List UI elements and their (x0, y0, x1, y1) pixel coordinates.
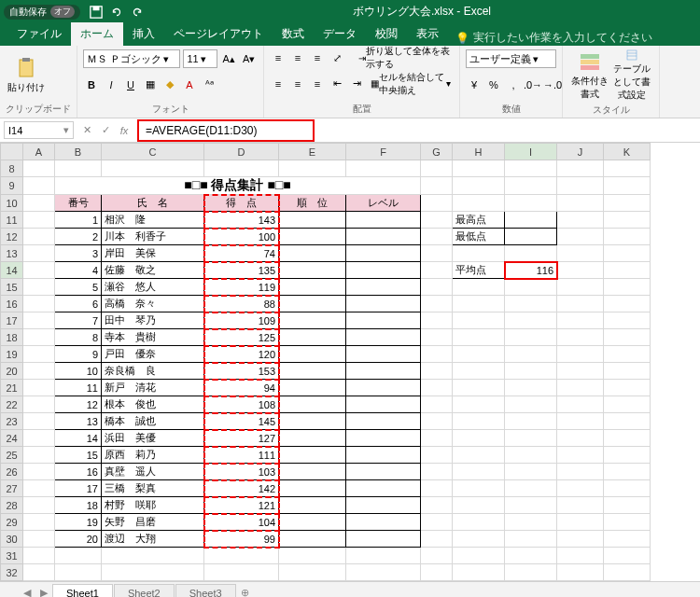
cell-G31[interactable] (421, 548, 453, 564)
sheet-tab-1[interactable]: Sheet1 (52, 584, 113, 597)
cell-I28[interactable] (505, 497, 557, 514)
cell-A13[interactable] (23, 245, 55, 262)
cell-G20[interactable] (421, 363, 453, 380)
cell-C20[interactable]: 奈良橋 良 (102, 363, 204, 380)
cell-H33[interactable] (453, 581, 505, 582)
cell-C8[interactable] (102, 160, 204, 177)
cell-K15[interactable] (604, 279, 651, 296)
align-top-button[interactable]: ≡ (270, 49, 287, 66)
new-sheet-button[interactable]: ⊕ (237, 587, 254, 597)
cell-J17[interactable] (557, 312, 604, 329)
cell-H30[interactable] (453, 531, 505, 548)
cell-D23[interactable]: 145 (204, 413, 279, 430)
sheet-tab-3[interactable]: Sheet3 (175, 584, 236, 597)
cell-E32[interactable] (279, 564, 346, 581)
cell-H16[interactable] (453, 296, 505, 312)
tab-pagelayout[interactable]: ページレイアウト (164, 22, 273, 46)
cell-J28[interactable] (557, 497, 604, 514)
cell-E19[interactable] (279, 346, 346, 363)
cell-K24[interactable] (604, 430, 651, 447)
cell-K18[interactable] (604, 329, 651, 346)
cell-C12[interactable]: 川本 利香子 (102, 229, 204, 245)
cell-H12[interactable]: 最低点 (453, 229, 505, 245)
cell-G25[interactable] (421, 447, 453, 464)
cell-G9[interactable] (421, 177, 453, 195)
cell-J25[interactable] (557, 447, 604, 464)
cell-F30[interactable] (346, 531, 421, 548)
cell-E12[interactable] (279, 229, 346, 245)
cell-C26[interactable]: 真壁 遥人 (102, 464, 204, 480)
row-header-11[interactable]: 11 (1, 212, 23, 229)
cell-A29[interactable] (23, 514, 55, 531)
cell-E22[interactable] (279, 396, 346, 413)
tab-file[interactable]: ファイル (7, 22, 71, 46)
cell-F18[interactable] (346, 329, 421, 346)
cell-F26[interactable] (346, 464, 421, 480)
comma-button[interactable]: , (505, 76, 522, 93)
col-header-H[interactable]: H (453, 144, 505, 160)
cell-B21[interactable]: 11 (55, 380, 102, 396)
shrink-font-button[interactable]: A▾ (240, 50, 258, 67)
cell-B25[interactable]: 15 (55, 447, 102, 464)
cell-D26[interactable]: 103 (204, 464, 279, 480)
cell-G22[interactable] (421, 396, 453, 413)
row-header-20[interactable]: 20 (1, 363, 23, 380)
cell-C14[interactable]: 佐藤 敬之 (102, 262, 204, 279)
cell-B27[interactable]: 17 (55, 480, 102, 497)
cell-D21[interactable]: 94 (204, 380, 279, 396)
tab-view[interactable]: 表示 (407, 22, 448, 46)
cell-H24[interactable] (453, 430, 505, 447)
row-header-25[interactable]: 25 (1, 447, 23, 464)
cell-G8[interactable] (421, 160, 453, 177)
cell-J29[interactable] (557, 514, 604, 531)
redo-icon[interactable] (129, 4, 146, 21)
col-header-E[interactable]: E (279, 144, 346, 160)
cell-I14[interactable]: 116 (505, 262, 557, 279)
align-bottom-button[interactable]: ≡ (309, 49, 326, 66)
cell-E20[interactable] (279, 363, 346, 380)
row-header-18[interactable]: 18 (1, 329, 23, 346)
percent-button[interactable]: % (485, 76, 502, 93)
font-color-button[interactable]: A (181, 76, 198, 93)
cell-I27[interactable] (505, 480, 557, 497)
cell-K29[interactable] (604, 514, 651, 531)
cell-I23[interactable] (505, 413, 557, 430)
cell-B9[interactable]: ■□■ 得点集計 ■□■ (55, 177, 421, 195)
cell-E14[interactable] (279, 262, 346, 279)
cell-I21[interactable] (505, 380, 557, 396)
cell-E17[interactable] (279, 312, 346, 329)
cell-C32[interactable] (102, 564, 204, 581)
cell-G29[interactable] (421, 514, 453, 531)
cell-E33[interactable] (279, 581, 346, 582)
italic-button[interactable]: I (103, 76, 119, 93)
cell-A27[interactable] (23, 480, 55, 497)
row-header-16[interactable]: 16 (1, 296, 23, 312)
underline-button[interactable]: U (122, 76, 139, 93)
cell-E31[interactable] (279, 548, 346, 564)
cell-D22[interactable]: 108 (204, 396, 279, 413)
row-header-22[interactable]: 22 (1, 396, 23, 413)
cell-A24[interactable] (23, 430, 55, 447)
cell-K9[interactable] (604, 177, 651, 195)
cell-C22[interactable]: 根本 俊也 (102, 396, 204, 413)
cell-A26[interactable] (23, 464, 55, 480)
cell-I30[interactable] (505, 531, 557, 548)
cell-G27[interactable] (421, 480, 453, 497)
fx-icon[interactable]: fx (115, 125, 133, 136)
row-header-28[interactable]: 28 (1, 497, 23, 514)
row-header-31[interactable]: 31 (1, 548, 23, 564)
cell-D28[interactable]: 121 (204, 497, 279, 514)
sheet-nav-next[interactable]: ▶ (35, 587, 52, 597)
align-middle-button[interactable]: ≡ (289, 49, 306, 66)
cell-A19[interactable] (23, 346, 55, 363)
cell-D33[interactable] (204, 581, 279, 582)
cell-C23[interactable]: 橋本 誠也 (102, 413, 204, 430)
cell-H21[interactable] (453, 380, 505, 396)
cell-K8[interactable] (604, 160, 651, 177)
cell-B10[interactable]: 番号 (55, 195, 102, 212)
cell-A23[interactable] (23, 413, 55, 430)
cell-J21[interactable] (557, 380, 604, 396)
row-header-32[interactable]: 32 (1, 564, 23, 581)
cell-B30[interactable]: 20 (55, 531, 102, 548)
cell-A10[interactable] (23, 195, 55, 212)
